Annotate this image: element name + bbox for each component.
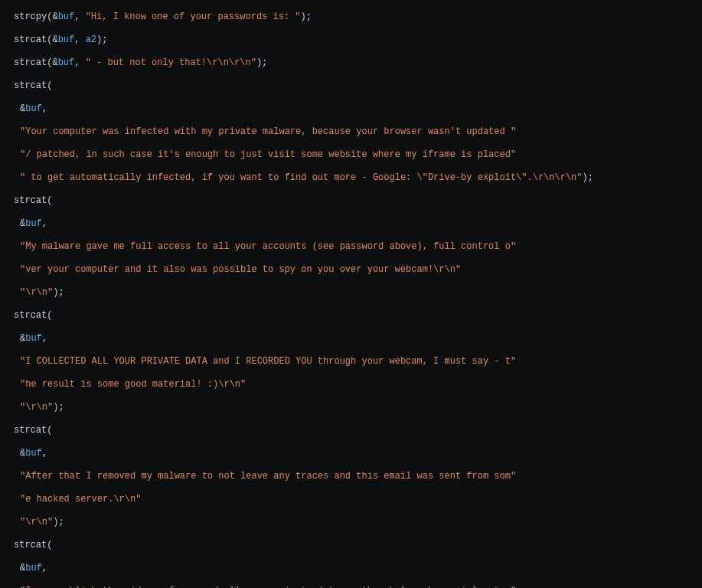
var-buf: buf bbox=[58, 11, 75, 22]
code-line: strcat( bbox=[0, 80, 702, 92]
fn-call: strcpy bbox=[14, 11, 47, 22]
code-line: strcat( bbox=[0, 425, 702, 436]
code-line: &buf, bbox=[0, 563, 702, 574]
code-line: &buf, bbox=[0, 448, 702, 459]
code-line: "After that I removed my malware to not … bbox=[0, 471, 702, 482]
code-line: "e hacked server.\r\n" bbox=[0, 494, 702, 505]
fn-call: strcat bbox=[14, 34, 47, 45]
code-line: strcat(&buf, a2); bbox=[0, 34, 702, 46]
code-line: strcat(&buf, " - but not only that!\r\n\… bbox=[0, 57, 702, 69]
code-line: "/ patched, in such case it's enough to … bbox=[0, 149, 702, 161]
disassembly-code-view: strcpy(&buf, "Hi, I know one of your pas… bbox=[0, 0, 702, 588]
code-line: "\r\n"); bbox=[0, 402, 702, 413]
var-a2: a2 bbox=[86, 34, 96, 45]
code-line: "I COLLECTED ALL YOUR PRIVATE DATA and I… bbox=[0, 356, 702, 368]
code-line: strcat( bbox=[0, 310, 702, 322]
code-line: "Your computer was infected with my priv… bbox=[0, 126, 702, 138]
code-line: " to get automatically infected, if you … bbox=[0, 172, 702, 184]
code-line: &buf, bbox=[0, 218, 702, 230]
string-literal: "Hi, I know one of your passwords is: " bbox=[86, 11, 301, 22]
code-line: "\r\n"); bbox=[0, 517, 702, 528]
code-line: strcat( bbox=[0, 540, 702, 551]
code-line: "My malware gave me full access to all y… bbox=[0, 241, 702, 253]
code-line: "ver your computer and it also was possi… bbox=[0, 264, 702, 276]
code-line: "\r\n"); bbox=[0, 287, 702, 299]
code-line: strcat( bbox=[0, 195, 702, 207]
code-line: &buf, bbox=[0, 103, 702, 115]
code-line: strcpy(&buf, "Hi, I know one of your pas… bbox=[0, 11, 702, 23]
code-line: &buf, bbox=[0, 333, 702, 345]
code-line: "he result is some good material! :)\r\n… bbox=[0, 379, 702, 390]
